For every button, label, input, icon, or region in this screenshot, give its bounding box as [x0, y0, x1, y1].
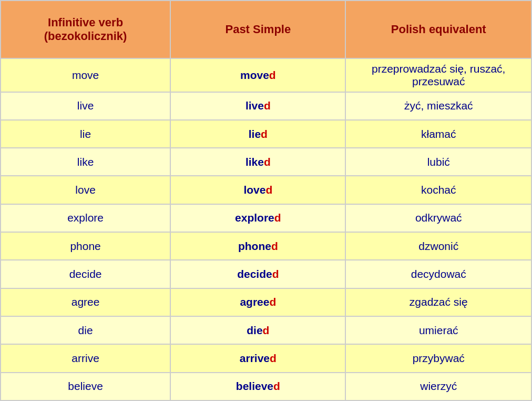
table-row: lieliedkłamać — [1, 120, 531, 148]
past-stem: decide — [237, 268, 272, 280]
cell-infinitive: believe — [1, 373, 170, 400]
past-suffix: d — [261, 128, 268, 140]
table-row: phonephoneddzwonić — [1, 232, 531, 260]
cell-past-simple: believed — [170, 373, 345, 400]
past-stem: phone — [238, 240, 271, 252]
cell-infinitive: live — [1, 92, 170, 120]
past-suffix: d — [273, 380, 280, 392]
past-suffix: d — [274, 212, 281, 224]
table-row: movemovedprzeprowadzać się, ruszać, prze… — [1, 58, 531, 92]
cell-polish: żyć, mieszkać — [345, 92, 531, 120]
header-past-simple: Past Simple — [170, 1, 345, 58]
past-suffix: d — [264, 99, 271, 112]
header-polish: Polish equivalent — [345, 1, 531, 58]
cell-polish: umierać — [345, 316, 531, 344]
table-row: likelikedlubić — [1, 148, 531, 176]
past-stem: lie — [249, 128, 261, 140]
past-stem: arrive — [240, 352, 270, 364]
cell-past-simple: lived — [170, 92, 345, 120]
past-stem: move — [240, 69, 269, 81]
past-suffix: d — [272, 268, 279, 280]
cell-past-simple: agreed — [170, 288, 345, 316]
header-infinitive-line2: (bezokolicznik) — [44, 29, 127, 43]
cell-past-simple: arrived — [170, 344, 345, 372]
verb-table: Infinitive verb (bezokolicznik) Past Sim… — [0, 0, 532, 401]
cell-past-simple: died — [170, 316, 345, 344]
cell-infinitive: love — [1, 176, 170, 204]
cell-infinitive: explore — [1, 204, 170, 232]
main-container: Infinitive verb (bezokolicznik) Past Sim… — [0, 0, 532, 401]
past-stem: die — [247, 324, 262, 336]
cell-infinitive: agree — [1, 288, 170, 316]
past-stem: agree — [240, 296, 269, 308]
cell-polish: dzwonić — [345, 232, 531, 260]
cell-infinitive: phone — [1, 232, 170, 260]
past-suffix: d — [269, 296, 276, 308]
cell-infinitive: decide — [1, 260, 170, 288]
cell-past-simple: liked — [170, 148, 345, 176]
past-suffix: d — [269, 69, 276, 81]
past-suffix: d — [270, 352, 277, 364]
cell-polish: odkrywać — [345, 204, 531, 232]
table-row: agreeagreedzgadzać się — [1, 288, 531, 316]
cell-infinitive: move — [1, 58, 170, 92]
past-stem: live — [245, 99, 264, 112]
past-suffix: d — [271, 240, 278, 252]
cell-polish: kłamać — [345, 120, 531, 148]
table-row: decidedecideddecydować — [1, 260, 531, 288]
cell-past-simple: decided — [170, 260, 345, 288]
cell-past-simple: loved — [170, 176, 345, 204]
past-suffix: d — [265, 184, 272, 196]
cell-infinitive: arrive — [1, 344, 170, 372]
cell-infinitive: like — [1, 148, 170, 176]
table-row: livelivedżyć, mieszkać — [1, 92, 531, 120]
cell-past-simple: moved — [170, 58, 345, 92]
header-infinitive: Infinitive verb (bezokolicznik) — [1, 1, 170, 58]
cell-infinitive: lie — [1, 120, 170, 148]
cell-infinitive: die — [1, 316, 170, 344]
past-stem: love — [243, 184, 265, 196]
past-suffix: d — [263, 324, 270, 336]
past-stem: like — [245, 156, 264, 168]
cell-polish: przeprowadzać się, ruszać, przesuwać — [345, 58, 531, 92]
table-row: exploreexploredodkrywać — [1, 204, 531, 232]
cell-polish: decydować — [345, 260, 531, 288]
cell-polish: kochać — [345, 176, 531, 204]
cell-polish: lubić — [345, 148, 531, 176]
table-row: lovelovedkochać — [1, 176, 531, 204]
cell-polish: zgadzać się — [345, 288, 531, 316]
past-stem: explore — [235, 212, 274, 224]
cell-polish: wierzyć — [345, 373, 531, 400]
table-row: believebelievedwierzyć — [1, 373, 531, 400]
cell-past-simple: explored — [170, 204, 345, 232]
table-row: arrivearrivedprzybywać — [1, 344, 531, 372]
table-row: diediedumierać — [1, 316, 531, 344]
past-stem: believe — [236, 380, 273, 392]
cell-polish: przybywać — [345, 344, 531, 372]
header-infinitive-line1: Infinitive verb — [48, 16, 123, 29]
cell-past-simple: phoned — [170, 232, 345, 260]
cell-past-simple: lied — [170, 120, 345, 148]
past-suffix: d — [264, 156, 271, 168]
